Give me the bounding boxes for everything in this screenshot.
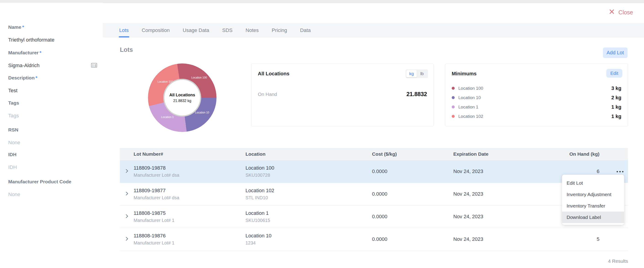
expand-row-button[interactable]	[120, 190, 134, 198]
table-row[interactable]: 118809-19877 Manufacturer Lot# dsa Locat…	[120, 183, 628, 206]
tab-notes[interactable]: Notes	[246, 23, 258, 38]
field-name: Name* Triethyl orthoformate	[8, 24, 97, 43]
location-color-dot	[452, 96, 455, 99]
unit-lb-button[interactable]: lb	[417, 70, 427, 78]
edit-minimums-button[interactable]: Edit	[606, 69, 622, 78]
menu-item-inventory-transfer[interactable]: Inventory Transfer	[562, 200, 624, 212]
table-header: Lot Number# Location Cost ($/kg) Expirat…	[120, 148, 628, 160]
results-count: 4 Results	[608, 258, 628, 264]
lot-number: 118808-19876	[134, 233, 246, 239]
lot-cost: 0.0000	[372, 191, 453, 197]
lot-cost: 0.0000	[372, 214, 453, 220]
minimums-card: Minimums Edit Location 100 3 kg Location…	[445, 64, 628, 126]
menu-item-download-label[interactable]: Download Label	[562, 212, 624, 223]
lot-cost: 0.0000	[372, 168, 453, 174]
lot-number: 118809-19878	[134, 165, 246, 171]
required-asterisk: *	[22, 24, 24, 30]
field-idh: IDH IDH	[8, 152, 97, 170]
table-row[interactable]: 118809-19878 Manufacturer Lot# dsa Locat…	[120, 160, 628, 183]
rsn-value[interactable]: None	[8, 140, 97, 146]
lot-location-code: SKU100615	[246, 218, 372, 223]
manufacturer-lot: Manufacturer Lot# dsa	[134, 172, 246, 178]
on-hand-row: On Hand 21.8832	[258, 91, 427, 98]
tab-data[interactable]: Data	[300, 23, 310, 38]
description-label: Description	[8, 75, 35, 80]
field-manufacturer: Manufacturer* Sigma-Aldrich	[8, 50, 97, 68]
close-icon	[608, 8, 615, 16]
menu-item-edit-lot[interactable]: Edit Lot	[562, 177, 624, 189]
minimums-row: Location 100 3 kg	[452, 84, 622, 93]
manufacturer-value[interactable]: Sigma-Aldrich	[8, 62, 97, 68]
idh-label: IDH	[8, 152, 16, 157]
row-menu-icon[interactable]	[616, 170, 624, 174]
minimums-row: Location 1 1 kg	[452, 102, 622, 112]
table-row[interactable]: 118808-19875 Manufacturer Lot# 1 Locatio…	[120, 206, 628, 228]
donut-slice-label: Location 10	[195, 111, 209, 114]
minimums-value: 2 kg	[611, 95, 622, 101]
lot-on-hand: 5	[549, 236, 600, 242]
tab-composition[interactable]: Composition	[142, 23, 170, 38]
chevron-right-icon	[124, 236, 130, 243]
unit-kg-button[interactable]: kg	[406, 70, 417, 78]
tab-pricing[interactable]: Pricing	[272, 23, 287, 38]
field-tags: Tags Tags	[8, 100, 97, 119]
all-locations-card: All Locations kg lb On Hand 21.8832	[251, 64, 434, 126]
manufacturer-lot: Manufacturer Lot# 1	[134, 240, 246, 246]
col-location: Location	[246, 151, 372, 157]
lot-number: 118808-19875	[134, 210, 246, 216]
expand-row-button[interactable]	[120, 168, 134, 175]
tab-usage-data[interactable]: Usage Data	[183, 23, 209, 38]
lot-expiration: Nov 24, 2023	[453, 236, 549, 242]
field-rsn: RSN None	[8, 127, 97, 146]
expand-row-button[interactable]	[120, 236, 134, 243]
minimums-value: 1 kg	[611, 114, 622, 120]
tab-lots[interactable]: Lots	[119, 23, 129, 38]
description-value[interactable]: Test	[8, 88, 97, 94]
lot-location-code: 1234	[246, 240, 372, 246]
close-button[interactable]: Close	[608, 8, 633, 16]
add-lot-button[interactable]: Add Lot	[603, 48, 628, 58]
manufacturer-label: Manufacturer	[8, 50, 38, 55]
col-lot-number: Lot Number#	[134, 151, 246, 157]
minimums-location-label: Location 10	[458, 95, 481, 100]
expand-row-button[interactable]	[120, 213, 134, 220]
tab-sds[interactable]: SDS	[222, 23, 232, 38]
idh-input[interactable]: IDH	[8, 164, 97, 170]
name-label: Name	[8, 24, 21, 30]
location-color-dot	[452, 115, 455, 118]
lot-location-code: STL IND10	[246, 195, 372, 200]
col-cost: Cost ($/kg)	[372, 151, 453, 157]
lot-number: 118809-19877	[134, 188, 246, 194]
required-asterisk: *	[36, 75, 38, 80]
lot-location: Location 10	[246, 233, 372, 239]
menu-item-inventory-adjustment[interactable]: Inventory Adjustment	[562, 189, 624, 200]
chevron-right-icon	[124, 213, 130, 220]
lot-cost: 0.0000	[372, 236, 453, 242]
row-context-menu: Edit Lot Inventory Adjustment Inventory …	[562, 175, 624, 225]
tags-input[interactable]: Tags	[8, 113, 97, 119]
manufacturer-lookup-icon[interactable]	[91, 62, 97, 69]
name-value[interactable]: Triethyl orthoformate	[8, 37, 97, 43]
lot-expiration: Nov 24, 2023	[453, 214, 549, 220]
field-description: Description* Test	[8, 75, 97, 94]
rsn-label: RSN	[8, 127, 18, 132]
minimums-value: 1 kg	[611, 104, 622, 110]
manufacturer-product-code-label: Manufacturer Product Code	[8, 179, 72, 184]
lot-location: Location 102	[246, 188, 372, 194]
manufacturer-product-code-value[interactable]: None	[8, 192, 97, 198]
unit-toggle: kg lb	[406, 70, 428, 78]
lot-location: Location 100	[246, 165, 372, 171]
manufacturer-lot: Manufacturer Lot# dsa	[134, 195, 246, 200]
on-hand-label: On Hand	[258, 92, 277, 97]
minimums-title: Minimums	[452, 71, 476, 77]
lots-table: Lot Number# Location Cost ($/kg) Expirat…	[120, 148, 628, 251]
col-on-hand: On Hand (kg)	[549, 151, 600, 157]
locations-donut-chart: Location 100 Location 10 Location 1 Loca…	[148, 64, 216, 132]
donut-slice-label: Location 1	[161, 116, 174, 119]
table-row[interactable]: 118808-19876 Manufacturer Lot# 1 Locatio…	[120, 228, 628, 251]
donut-center: All Locations 21.8832 kg	[163, 79, 201, 117]
tags-label: Tags	[8, 100, 19, 106]
minimums-location-label: Location 1	[458, 104, 478, 110]
all-locations-title: All Locations	[258, 71, 289, 77]
location-color-dot	[452, 87, 455, 90]
